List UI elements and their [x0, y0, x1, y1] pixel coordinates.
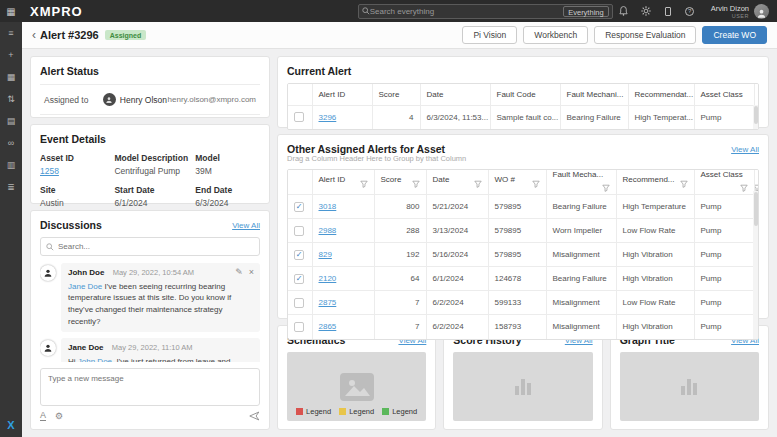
search-input[interactable]	[370, 7, 564, 16]
assignee-avatar	[103, 93, 116, 106]
filter-icon[interactable]	[602, 184, 610, 194]
grid-icon[interactable]: ▥	[0, 154, 22, 176]
alert-id-link[interactable]: 2875	[319, 298, 337, 307]
pi-vision-button[interactable]: Pi Vision	[462, 26, 517, 44]
col-wo[interactable]: WO #	[488, 170, 546, 195]
alert-id-link[interactable]: 2120	[319, 274, 337, 283]
alert-status-row: Assigned to Henry Olson henry.olson@xmpr…	[40, 84, 260, 115]
cards-icon[interactable]: ▦	[0, 66, 22, 88]
emoji-icon[interactable]: ⚙	[55, 411, 63, 421]
col-fault-mechanism[interactable]: Fault Mechani...	[560, 84, 628, 105]
notifications-bell-icon[interactable]	[613, 6, 635, 16]
row-checkbox[interactable]	[294, 322, 304, 332]
create-wo-button[interactable]: Create WO	[702, 26, 767, 44]
mobile-device-icon[interactable]	[657, 7, 679, 16]
apps-grid-icon[interactable]: ▦	[0, 6, 22, 17]
row-checkbox[interactable]: ✓	[294, 274, 304, 284]
field-asset-id: Asset ID 1258	[40, 153, 114, 176]
col-asset-class[interactable]: Asset Class	[694, 84, 754, 105]
table-icon[interactable]: ≣	[0, 176, 22, 198]
global-search[interactable]: Everything	[358, 4, 613, 19]
col-fault-mechanism[interactable]: Fault Mecha...	[546, 170, 616, 195]
mention-link[interactable]: Jane Doe	[68, 282, 102, 291]
messages-list: ✎ × John Doe May 29, 2022, 10:54 AM Jane…	[40, 263, 260, 362]
workbench-button[interactable]: Workbench	[523, 26, 588, 44]
page-title: Alert #3296	[40, 29, 99, 41]
filter-icon[interactable]	[360, 180, 368, 190]
score-history-panel: Score History View All	[443, 325, 602, 430]
alert-status-panel: Alert Status Assigned to Henry Olson hen…	[30, 56, 270, 118]
help-icon[interactable]: ?	[679, 7, 701, 16]
bar-chart-icon	[515, 379, 531, 395]
edit-message-icon[interactable]: ✎	[235, 266, 243, 279]
filter-icon[interactable]	[474, 180, 482, 190]
field-start-date: Start Date 6/1/2024	[114, 185, 195, 208]
discussions-panel: Discussions View All ✎ × John Doe	[30, 210, 270, 430]
col-alert-id[interactable]: Alert ID	[312, 84, 372, 105]
settings-gear-icon[interactable]	[635, 6, 657, 16]
alert-id-link[interactable]: 3018	[319, 202, 337, 211]
row-checkbox[interactable]: ✓	[294, 202, 304, 212]
user-menu[interactable]: Arvin Dizon USER	[711, 4, 769, 19]
xmpro-logo: XMPRO	[30, 4, 83, 19]
message-composer[interactable]	[40, 368, 260, 406]
menu-icon[interactable]: ≡	[0, 22, 22, 44]
graph-chart-placeholder[interactable]	[620, 352, 759, 421]
mention-link[interactable]: John Doe	[78, 357, 112, 362]
alert-id-link[interactable]: 3296	[319, 113, 337, 122]
graph-panel: Graph Title View All	[610, 325, 769, 430]
col-recommendation[interactable]: Recommendat...	[628, 84, 694, 105]
message-item: Jane Doe May 29, 2022, 11:10 AM Hi John …	[40, 338, 260, 362]
back-chevron-icon[interactable]: ‹	[32, 28, 36, 42]
assigned-to-label: Assigned to	[44, 95, 103, 105]
col-score[interactable]: Score	[374, 170, 426, 195]
top-bar: ▦ XMPRO Everything ? Arvin Dizon USER	[0, 0, 777, 22]
table-row: ✓ 829 192 5/16/2024 579895 Misalignment …	[288, 243, 758, 267]
search-icon	[362, 7, 370, 15]
current-alert-title: Current Alert	[287, 65, 759, 77]
col-score[interactable]: Score	[372, 84, 420, 105]
close-message-icon[interactable]: ×	[249, 266, 254, 279]
sort-icon[interactable]: ⇅	[0, 88, 22, 110]
filter-icon[interactable]	[412, 180, 420, 190]
alert-id-link[interactable]: 829	[319, 250, 332, 259]
col-asset-class[interactable]: Asset Class	[694, 170, 754, 195]
schematic-image-placeholder[interactable]: Legend Legend Legend	[287, 352, 426, 421]
alert-id-link[interactable]: 2865	[319, 322, 337, 331]
add-icon[interactable]: +	[0, 44, 22, 66]
col-recommendation[interactable]: Recommend...	[616, 170, 694, 195]
discussions-search-input[interactable]	[58, 242, 254, 251]
message-input[interactable]	[48, 374, 252, 400]
response-evaluation-button[interactable]: Response Evaluation	[594, 26, 696, 44]
col-date[interactable]: Date	[426, 170, 488, 195]
send-icon[interactable]	[249, 411, 260, 421]
asset-id-link[interactable]: 1258	[40, 166, 59, 176]
table-scrollbar[interactable]	[753, 191, 758, 339]
current-alert-panel: Current Alert Alert ID Score Date Fault …	[277, 56, 769, 128]
col-fault-code[interactable]: Fault Code	[490, 84, 560, 105]
filter-icon[interactable]	[680, 180, 688, 190]
filter-icon[interactable]	[740, 184, 748, 194]
col-date[interactable]: Date	[420, 84, 490, 105]
discussions-search[interactable]	[40, 237, 260, 256]
search-scope-dropdown[interactable]: Everything	[563, 6, 608, 17]
text-format-icon[interactable]: A	[40, 411, 46, 421]
row-checkbox[interactable]	[294, 226, 304, 236]
assignee-email: henry.olson@xmpro.com	[168, 95, 256, 104]
row-checkbox[interactable]	[294, 298, 304, 308]
other-alerts-view-all-link[interactable]: View All	[731, 145, 759, 154]
link-icon[interactable]: ∞	[0, 132, 22, 154]
current-alert-table: Alert ID Score Date Fault Code Fault Mec…	[287, 83, 759, 130]
filter-icon[interactable]	[532, 180, 540, 190]
row-checkbox[interactable]: ✓	[294, 250, 304, 260]
alert-id-link[interactable]: 2988	[319, 226, 337, 235]
legend-item: Legend	[339, 407, 374, 416]
list-icon[interactable]: ▤	[0, 110, 22, 132]
row-checkbox[interactable]	[294, 112, 304, 122]
table-scrollbar[interactable]	[753, 105, 758, 129]
discussions-view-all-link[interactable]: View All	[232, 221, 260, 230]
col-alert-id[interactable]: Alert ID	[312, 170, 374, 195]
col-assigned-to[interactable]: Assigned to	[754, 84, 758, 105]
score-history-chart-placeholder[interactable]	[453, 352, 592, 421]
user-avatar[interactable]	[754, 4, 769, 19]
